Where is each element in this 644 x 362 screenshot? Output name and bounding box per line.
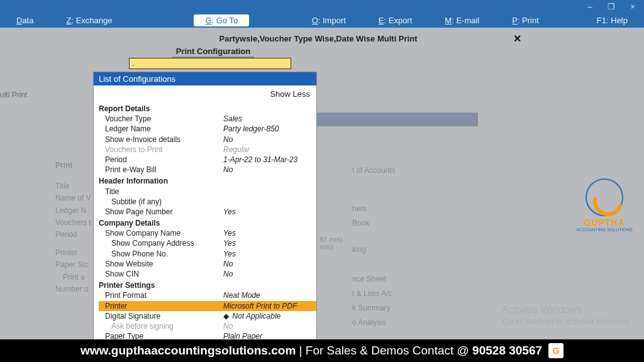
activate-windows-watermark: Activate Windows Go to Settings to activ… [502,303,631,327]
config-row-value: No [223,259,233,269]
logo-icon [586,178,623,216]
activate-title: Activate Windows [502,303,631,317]
menu-exchange[interactable]: Z: Exchange [50,14,128,27]
brand-logo: GUPTHA ACCOUNTING SOLUTIONS [576,178,633,232]
logo-text: GUPTHA [576,217,633,228]
config-row-label: Voucher Type [99,114,223,124]
config-row-label: Subtitle (if any) [99,197,223,207]
config-row-value: 1-Apr-22 to 31-Mar-23 [223,155,297,165]
config-section-header: Report Details [99,104,316,114]
config-row[interactable]: Ledger NameParty ledger-850 [99,124,316,134]
config-section-header: Header Information [99,176,316,186]
restore-button[interactable]: ❐ [602,1,620,11]
config-row[interactable]: Voucher TypeSales [99,114,316,124]
menu-email[interactable]: M: E-mail [428,14,496,27]
config-row[interactable]: Show Page NumberYes [99,207,316,217]
menu-export[interactable]: E: Export [362,14,428,27]
window-close-button[interactable]: × [624,1,641,11]
config-row-value: ◆ Not Applicable [223,311,280,321]
config-row-label: Title [99,187,223,197]
config-row[interactable]: Print FormatNeat Mode [99,290,316,300]
config-row-label: Ask before signing [99,321,223,331]
config-section-header: Company Details [99,218,316,228]
config-row[interactable]: Period1-Apr-22 to 31-Mar-23 [99,155,316,165]
config-row[interactable]: Subtitle (if any) [99,197,316,207]
config-row-value: Party ledger-850 [223,124,279,134]
footer-banner: www.gupthaaccountingsolutions.com | For … [0,339,644,362]
config-row-label: Digital Signature [99,311,223,321]
config-row-value: No [223,321,233,331]
config-row-value: Regular [223,145,250,155]
config-row-label: Print Format [99,290,223,300]
window-titlebar: – ❐ × [0,0,644,13]
minimize-button[interactable]: – [581,1,599,11]
config-row-label: Show Company Name [99,228,223,238]
config-row[interactable]: PrinterMicrosoft Print to PDF [99,301,316,311]
config-row-value: No [223,269,233,279]
config-row[interactable]: Show WebsiteNo [99,259,316,269]
config-row-value: Sales [223,114,242,124]
config-row-label: Print e-Way Bill [99,165,223,175]
footer-text: www.gupthaaccountingsolutions.com | For … [80,344,542,358]
config-row[interactable]: Show Phone No.Yes [99,249,316,259]
config-row-value: Yes [223,228,236,238]
config-row-value: Microsoft Print to PDF [223,301,297,311]
config-row-label: Printer [99,301,223,311]
config-row[interactable]: Ask before signingNo [99,321,316,331]
config-row-label: Show Page Number [99,207,223,217]
config-row-value: No [223,165,233,175]
config-rows-container: Report DetailsVoucher TypeSalesLedger Na… [94,101,316,355]
config-row-label: Vouchers to Print [99,145,223,155]
config-row-label: Show Website [99,259,223,269]
modal-close-button[interactable]: ✕ [513,33,521,45]
footer-badge-icon: G [548,343,564,358]
config-panel: List of Configurations Show Less Report … [93,72,317,362]
workspace: ulti Print Print Title Name of V Ledger … [0,28,644,362]
config-row[interactable]: Show Company NameYes [99,228,316,238]
menu-help[interactable]: F1: Help [580,14,644,27]
config-row-label: Show e-Invoice details [99,134,223,145]
config-row-label: Ledger Name [99,124,223,134]
config-search-input[interactable] [129,58,291,69]
config-row-label: Show Company Address [99,238,223,248]
config-row[interactable]: Print e-Way BillNo [99,165,316,175]
activate-sub: Go to Settings to activate Windows. [502,316,631,327]
config-row[interactable]: Show e-Invoice detailsNo [99,134,316,145]
modal-title: Partywsie,Voucher Type Wise,Date Wise Mu… [117,34,519,43]
menu-data[interactable]: Data [0,14,50,27]
config-panel-header: List of Configurations [94,72,316,85]
config-row[interactable]: Vouchers to PrintRegular [99,145,316,155]
menu-import[interactable]: O: Import [296,14,362,27]
config-row[interactable]: Title [99,187,316,197]
config-row-label: Show CIN [99,269,223,279]
config-row-value: Neat Mode [223,290,260,300]
config-row-value: No [223,134,233,145]
config-row-value: Yes [223,238,236,248]
config-row-label: Period [99,155,223,165]
config-row-value: Yes [223,207,236,217]
logo-subtext: ACCOUNTING SOLUTIONS [576,228,633,232]
config-row-label: Show Phone No. [99,249,223,259]
menu-print[interactable]: P: Print [496,14,555,27]
top-menubar: Data Z: Exchange G: Go To O: Import E: E… [0,13,644,28]
modal-subtitle: Print Configuration [172,46,254,58]
config-section-header: Printer Settings [99,280,316,290]
config-row[interactable]: Digital Signature◆ Not Applicable [99,311,316,321]
show-less-link[interactable]: Show Less [94,85,316,101]
config-row[interactable]: Show Company AddressYes [99,238,316,248]
config-row-value: Yes [223,249,236,259]
config-row[interactable]: Show CINNo [99,269,316,279]
menu-goto[interactable]: G: Go To [194,14,249,26]
